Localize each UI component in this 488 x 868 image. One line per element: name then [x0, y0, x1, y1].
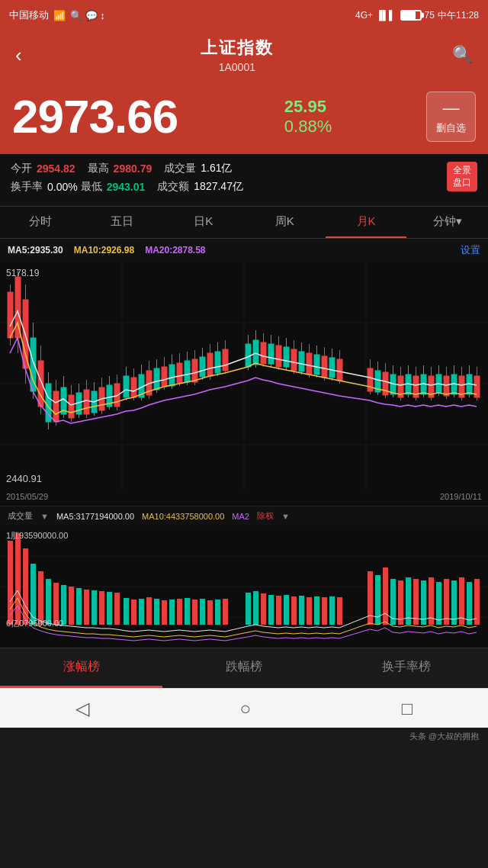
- quanjing-button[interactable]: 全景盘口: [447, 162, 477, 191]
- vol-chuquan-button[interactable]: 除权: [257, 510, 274, 522]
- chart-date-end: 2019/10/11: [440, 492, 482, 501]
- price-area: 2973.66 25.95 0.88% — 删自选: [0, 84, 488, 154]
- header: ‹ 上证指数 1A0001 🔍: [0, 31, 488, 84]
- svg-rect-175: [444, 579, 449, 625]
- vol-ma5-label: MA5:3177194000.00: [56, 512, 134, 521]
- svg-rect-171: [413, 579, 419, 625]
- vol-ma10-label: MA10:4433758000.00: [142, 512, 224, 521]
- svg-rect-147: [192, 600, 197, 625]
- svg-rect-143: [162, 600, 167, 625]
- svg-rect-150: [215, 600, 220, 625]
- carrier-label: 中国移动: [9, 8, 49, 22]
- delete-watchlist-button[interactable]: — 删自选: [426, 92, 476, 142]
- svg-rect-154: [261, 593, 266, 625]
- svg-rect-160: [307, 597, 312, 625]
- watermark-area: 头条 @大叔的拥抱: [0, 728, 488, 745]
- svg-rect-158: [291, 596, 297, 625]
- back-button[interactable]: ‹: [12, 40, 25, 70]
- svg-rect-172: [421, 580, 426, 625]
- quanjing-label: 全景盘口: [453, 165, 471, 188]
- tab-rise-ranking[interactable]: 涨幅榜: [0, 648, 162, 688]
- delete-icon: —: [442, 98, 459, 118]
- turnover-label: 换手率: [11, 180, 43, 194]
- main-chart-area[interactable]: 5178.19 2440.91 2015/05/29 2019/10/11: [0, 262, 488, 506]
- signal-bars: ▐▌▌: [376, 10, 396, 21]
- svg-rect-140: [139, 599, 144, 625]
- svg-rect-157: [284, 595, 289, 625]
- nav-back-button[interactable]: ◁: [75, 698, 89, 719]
- chart-date-start: 2015/05/29: [6, 492, 48, 501]
- chart-settings-button[interactable]: 设置: [461, 243, 480, 257]
- svg-rect-133: [84, 590, 89, 625]
- svg-rect-142: [154, 599, 159, 625]
- tab-rik[interactable]: 日K: [162, 207, 244, 238]
- price-change-pct: 0.88%: [284, 117, 332, 137]
- svg-rect-145: [177, 599, 182, 625]
- battery-fill: [402, 11, 416, 19]
- svg-rect-135: [99, 591, 104, 625]
- icons-row: 🔍 💬 ↕: [70, 10, 105, 21]
- svg-rect-155: [268, 595, 274, 625]
- stock-title: 上证指数: [25, 37, 449, 59]
- turnover-value: 0.00%: [47, 181, 78, 193]
- tab-minute[interactable]: 分钟▾: [406, 207, 488, 238]
- svg-rect-164: [337, 597, 342, 625]
- status-right: 4G+ ▐▌▌ 75 中午11:28: [355, 9, 479, 22]
- status-bar: 中国移动 📶 🔍 💬 ↕ 4G+ ▐▌▌ 75 中午11:28: [0, 0, 488, 31]
- svg-rect-165: [368, 571, 373, 625]
- svg-rect-163: [329, 596, 335, 625]
- ma10-label: MA10:2926.98: [74, 245, 134, 256]
- nav-recent-button[interactable]: □: [402, 698, 413, 719]
- svg-rect-137: [114, 593, 120, 625]
- svg-rect-139: [131, 600, 136, 625]
- svg-rect-134: [92, 590, 97, 625]
- svg-rect-169: [398, 580, 403, 625]
- low-label: 最低: [81, 180, 102, 194]
- candlestick-chart: [0, 262, 488, 506]
- ma20-label: MA20:2878.58: [145, 245, 205, 256]
- tab-wuri[interactable]: 五日: [82, 207, 163, 238]
- amount-value: 1827.47亿: [194, 180, 243, 194]
- svg-rect-126: [30, 564, 36, 625]
- nav-home-button[interactable]: ○: [239, 698, 251, 719]
- system-nav-bar: ◁ ○ □: [0, 688, 488, 728]
- tab-fall-ranking[interactable]: 跌幅榜: [162, 648, 325, 688]
- svg-rect-161: [314, 596, 319, 625]
- delete-label: 删自选: [436, 121, 466, 135]
- tab-turnover-ranking[interactable]: 换手率榜: [326, 648, 488, 688]
- svg-rect-162: [322, 597, 327, 625]
- svg-rect-141: [146, 597, 152, 625]
- ma5-label: MA5:2935.30: [8, 245, 63, 256]
- search-button[interactable]: 🔍: [449, 42, 476, 68]
- svg-rect-151: [223, 599, 228, 625]
- chart-low-label: 2440.91: [6, 473, 42, 484]
- vol-dropdown-arrow[interactable]: ▼: [40, 512, 49, 521]
- vol-chuquan-arrow[interactable]: ▼: [281, 512, 290, 521]
- current-price: 2973.66: [12, 93, 178, 140]
- svg-rect-132: [76, 588, 82, 625]
- chart-tab-bar: 分时 五日 日K 周K 月K 分钟▾: [0, 206, 488, 239]
- chart-high-label: 5178.19: [6, 268, 39, 278]
- vol-ma2-label: MA2: [232, 512, 249, 521]
- svg-rect-179: [474, 579, 480, 625]
- svg-rect-149: [207, 600, 213, 625]
- vol-label: 成交量: [164, 162, 196, 175]
- battery-label: 75: [425, 10, 435, 21]
- tab-zhouk[interactable]: 周K: [244, 207, 326, 238]
- tab-yuek[interactable]: 月K: [326, 207, 407, 238]
- vol-mid-label: 6亿0795000.00: [6, 618, 63, 629]
- signal-icon: 📶: [53, 10, 66, 21]
- open-label: 今开: [11, 162, 32, 175]
- tab-fenshi[interactable]: 分时: [0, 207, 82, 238]
- volume-chart-area[interactable]: 1肛93590000.00 6亿0795000.00: [0, 526, 488, 648]
- low-value: 2943.01: [107, 181, 146, 193]
- stats-row-1: 今开 2954.82 最高 2980.79 成交量 1.61亿: [11, 162, 477, 175]
- svg-rect-138: [124, 598, 129, 625]
- volume-header: 成交量 ▼ MA5:3177194000.00 MA10:4433758000.…: [0, 506, 488, 526]
- svg-rect-159: [299, 596, 304, 625]
- svg-rect-153: [253, 591, 258, 625]
- ma-indicator-row: MA5:2935.30 MA10:2926.98 MA20:2878.58 设置: [0, 239, 488, 262]
- status-left: 中国移动 📶 🔍 💬 ↕: [9, 8, 105, 22]
- open-value: 2954.82: [37, 162, 75, 175]
- svg-rect-131: [69, 587, 74, 625]
